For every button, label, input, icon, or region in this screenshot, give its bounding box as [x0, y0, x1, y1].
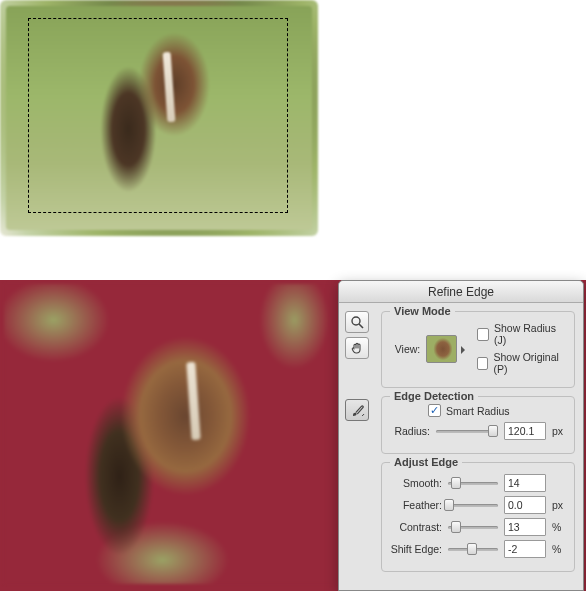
show-radius-label: Show Radius (J): [494, 322, 566, 346]
smart-radius-label: Smart Radius: [446, 405, 510, 417]
contrast-slider[interactable]: [448, 520, 498, 534]
contrast-input[interactable]: 13: [504, 518, 546, 536]
photo-horse-bottom: [4, 284, 334, 584]
zoom-tool-button[interactable]: [345, 311, 369, 333]
radius-unit: px: [552, 425, 566, 437]
feather-label: Feather:: [390, 499, 442, 511]
radius-slider[interactable]: [436, 424, 498, 438]
smooth-slider[interactable]: [448, 476, 498, 490]
show-original-checkbox[interactable]: [477, 357, 489, 370]
rectangular-marquee[interactable]: [28, 18, 288, 213]
shift-edge-input[interactable]: -2: [504, 540, 546, 558]
feather-slider[interactable]: [448, 498, 498, 512]
feather-input[interactable]: 0.0: [504, 496, 546, 514]
hand-tool-button[interactable]: [345, 337, 369, 359]
svg-point-0: [352, 317, 360, 325]
hand-icon: [350, 341, 364, 355]
panel-title: Refine Edge: [339, 281, 583, 303]
adjust-edge-legend: Adjust Edge: [390, 456, 462, 468]
view-label: View:: [390, 343, 420, 355]
contrast-unit: %: [552, 521, 566, 533]
refine-edge-panel: Refine Edge: [338, 280, 584, 591]
radius-input[interactable]: 120.1: [504, 422, 546, 440]
edge-detection-legend: Edge Detection: [390, 390, 478, 402]
view-mode-legend: View Mode: [390, 305, 455, 317]
view-mode-dropdown[interactable]: [426, 335, 456, 363]
shift-edge-unit: %: [552, 543, 566, 555]
show-original-label: Show Original (P): [493, 351, 566, 375]
radius-label: Radius:: [390, 425, 430, 437]
adjust-edge-group: Adjust Edge Smooth: 14 Feather: 0.0 px: [381, 462, 575, 572]
canvas-top: [0, 0, 318, 236]
feather-unit: px: [552, 499, 566, 511]
svg-line-1: [359, 324, 363, 328]
shift-edge-label: Shift Edge:: [390, 543, 442, 555]
view-mode-group: View Mode View: Show Radius (J) Show Ori…: [381, 311, 575, 388]
smooth-label: Smooth:: [390, 477, 442, 489]
smooth-input[interactable]: 14: [504, 474, 546, 492]
magnifier-icon: [350, 315, 364, 329]
show-radius-checkbox[interactable]: [477, 328, 489, 341]
edge-detection-group: Edge Detection ✓ Smart Radius Radius: 12…: [381, 396, 575, 454]
shift-edge-slider[interactable]: [448, 542, 498, 556]
smart-radius-checkbox[interactable]: ✓: [428, 404, 441, 417]
brush-icon: [350, 403, 365, 418]
refine-radius-brush-button[interactable]: [345, 399, 369, 421]
contrast-label: Contrast:: [390, 521, 442, 533]
